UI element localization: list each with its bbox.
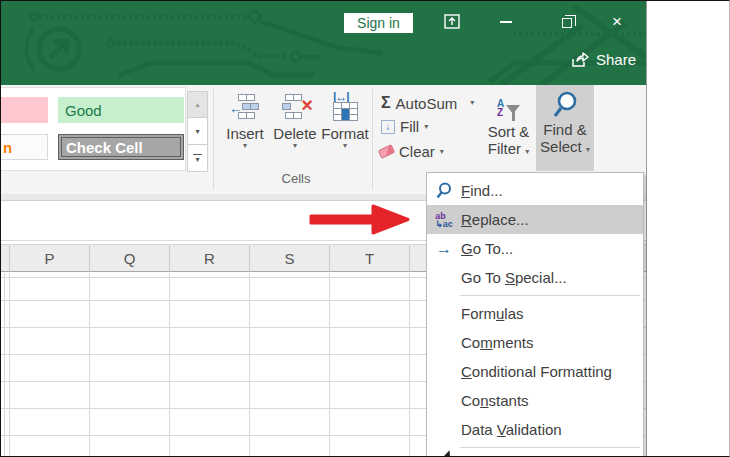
column-header-q[interactable]: Q <box>89 245 169 272</box>
dropdown-caret-icon: ▾ <box>293 142 297 150</box>
goto-icon: → <box>436 240 452 258</box>
down-arrow-icon: ▾ <box>195 128 199 135</box>
column-header-t[interactable]: T <box>329 245 409 272</box>
style-check-cell[interactable]: Check Cell <box>58 134 184 160</box>
restore-icon <box>562 18 572 28</box>
sort-filter-label-line1: Sort & <box>488 123 530 140</box>
sign-in-button[interactable]: Sign in <box>344 13 413 33</box>
minimize-icon <box>500 21 512 23</box>
sort-filter-button[interactable]: AZ Sort & Filter ▾ <box>483 85 534 171</box>
share-label: Share <box>596 51 636 68</box>
format-cells-icon: |↔| <box>331 94 359 122</box>
title-bar: Sign in × Share <box>1 1 646 85</box>
dropdown-caret-icon: ▾ <box>470 99 474 107</box>
menu-item-label: Find... <box>461 182 503 199</box>
menu-separator <box>460 447 640 448</box>
style-calculation-cell[interactable]: n <box>1 134 48 160</box>
ribbon-display-options-button[interactable] <box>441 12 463 31</box>
menu-item-replace[interactable]: ab ↳ac Replace... <box>427 205 643 234</box>
cell-styles-gallery: Good n Check Cell <box>1 87 186 171</box>
menu-item-data-validation[interactable]: Data Validation <box>427 415 643 444</box>
find-select-dropdown-menu: Find... ab ↳ac Replace... → Go To... Go … <box>426 172 644 457</box>
outside-window-area <box>647 1 730 457</box>
column-header-r[interactable]: R <box>169 245 249 272</box>
close-icon: × <box>612 12 622 32</box>
sort-filter-label-line2: Filter ▾ <box>488 140 530 157</box>
format-label: Format <box>321 125 369 142</box>
up-arrow-icon: ▴ <box>195 101 199 108</box>
menu-item-label: Data Validation <box>461 421 562 438</box>
magnifier-icon <box>552 91 578 121</box>
menu-separator <box>460 295 640 296</box>
fill-button[interactable]: ↓ Fill ▾ <box>381 118 428 135</box>
menu-item-formulas[interactable]: Formulas <box>427 299 643 328</box>
ribbon-display-icon <box>444 14 460 29</box>
clear-button[interactable]: Clear ▾ <box>379 143 444 160</box>
menu-item-label: Go To... <box>461 240 513 257</box>
style-good-cell[interactable]: Good <box>58 97 184 123</box>
delete-cells-icon: × <box>281 94 309 122</box>
menu-item-label: Go To Special... <box>461 269 567 286</box>
menu-item-go-to-special[interactable]: Go To Special... <box>427 263 643 292</box>
dropdown-caret-icon: ▾ <box>586 145 590 154</box>
autosum-label: AutoSum <box>396 95 458 112</box>
find-select-label-line2: Select ▾ <box>540 138 590 155</box>
mouse-cursor <box>443 449 454 457</box>
find-select-label-line1: Find & <box>543 121 586 138</box>
menu-item-find[interactable]: Find... <box>427 176 643 205</box>
fill-label: Fill <box>400 118 419 135</box>
dropdown-caret-icon: ▾ <box>525 147 529 156</box>
replace-icon: ab ↳ac <box>435 212 453 228</box>
menu-item-label: Conditional Formatting <box>461 363 612 380</box>
find-icon <box>436 182 452 199</box>
menu-item-label: Comments <box>461 334 534 351</box>
insert-label: Insert <box>226 125 264 142</box>
group-separator <box>372 89 373 190</box>
screenshot-root: Sign in × Share <box>0 0 730 457</box>
menu-item-label: Replace... <box>461 211 529 228</box>
menu-item-label: Constants <box>461 392 529 409</box>
menu-item-go-to[interactable]: → Go To... <box>427 234 643 263</box>
cells-group-label: Cells <box>223 171 369 186</box>
delete-label: Delete <box>273 125 316 142</box>
dropdown-caret-icon: ▾ <box>343 142 347 150</box>
sigma-icon: Σ <box>381 94 391 112</box>
menu-item-conditional-formatting[interactable]: Conditional Formatting <box>427 357 643 386</box>
menu-item-comments[interactable]: Comments <box>427 328 643 357</box>
dropdown-caret-icon: ▾ <box>243 142 247 150</box>
red-annotation-arrow <box>307 202 413 238</box>
gallery-scroll-up-button[interactable]: ▴ <box>187 91 208 118</box>
insert-button[interactable]: ← Insert ▾ <box>221 85 269 171</box>
delete-button[interactable]: × Delete ▾ <box>271 85 319 171</box>
autosum-button[interactable]: Σ AutoSum ▾ <box>381 94 474 112</box>
down-arrow-icon: ▾ <box>195 156 199 163</box>
fill-down-icon: ↓ <box>381 120 395 134</box>
share-button[interactable]: Share <box>571 51 636 68</box>
gallery-more-button[interactable]: ▾ <box>187 145 208 172</box>
format-button[interactable]: |↔| Format ▾ <box>321 85 369 171</box>
menu-item-label: Formulas <box>461 305 524 322</box>
clear-label: Clear <box>399 143 435 160</box>
gallery-scroll-controls: ▴ ▾ ▾ <box>187 91 208 172</box>
sort-filter-icon: AZ <box>497 93 520 123</box>
minimize-button[interactable] <box>495 12 517 31</box>
share-icon <box>571 51 590 68</box>
insert-cells-icon: ← <box>231 94 259 122</box>
eraser-icon <box>378 144 395 158</box>
group-separator <box>213 89 214 190</box>
dropdown-caret-icon: ▾ <box>440 148 444 156</box>
column-header-s[interactable]: S <box>249 245 329 272</box>
gallery-scroll-down-button[interactable]: ▾ <box>187 118 208 145</box>
funnel-icon <box>506 105 520 114</box>
style-bad-cell[interactable] <box>1 97 48 123</box>
find-select-button[interactable]: Find & Select ▾ <box>536 85 594 171</box>
menu-item-constants[interactable]: Constants <box>427 386 643 415</box>
restore-button[interactable] <box>556 12 578 31</box>
circuit-pattern-decoration <box>1 1 646 85</box>
close-button[interactable]: × <box>606 12 628 31</box>
dropdown-caret-icon: ▾ <box>424 123 428 131</box>
column-header-p[interactable]: P <box>9 245 89 272</box>
